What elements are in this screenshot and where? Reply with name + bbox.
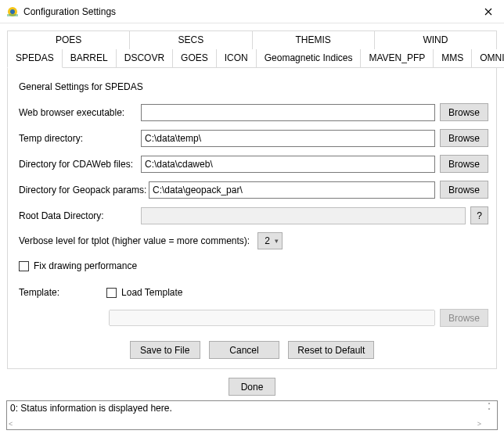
geopack-dir-input[interactable]: [149, 181, 435, 199]
tabs-container: POES SECS THEMIS WIND SPEDAS BARREL DSCO…: [6, 30, 498, 370]
status-scrollbar[interactable]: < >: [9, 420, 481, 428]
svg-point-1: [10, 9, 15, 14]
scroll-left-icon: <: [9, 420, 13, 428]
tab-row-1: POES SECS THEMIS WIND: [7, 30, 497, 49]
spinner-down-icon: ˅: [488, 408, 491, 414]
tab-spedas[interactable]: SPEDAS: [7, 49, 63, 68]
template-label: Template:: [19, 287, 59, 298]
web-browser-input[interactable]: [141, 104, 435, 121]
tab-dscovr[interactable]: DSCOVR: [117, 49, 173, 68]
save-to-file-button[interactable]: Save to File: [130, 341, 200, 359]
tab-omni[interactable]: OMNI: [472, 49, 504, 68]
cdaweb-dir-browse-button[interactable]: Browse: [440, 155, 488, 173]
tab-secs[interactable]: SECS: [130, 30, 252, 49]
panel-heading: General Settings for SPEDAS: [19, 81, 488, 92]
checkbox-box-icon: [19, 261, 29, 271]
load-template-label: Load Template: [121, 287, 183, 298]
tab-mms[interactable]: MMS: [434, 49, 472, 68]
tab-goes[interactable]: GOES: [173, 49, 217, 68]
load-template-checkbox[interactable]: Load Template: [106, 287, 183, 298]
fix-drawing-checkbox[interactable]: Fix drawing performance: [19, 260, 137, 271]
close-button[interactable]: [473, 0, 504, 23]
tab-barrel[interactable]: BARREL: [63, 49, 117, 68]
status-spinner[interactable]: ˄ ˅: [483, 403, 495, 414]
cancel-button[interactable]: Cancel: [209, 341, 279, 359]
status-box: 0: Status information is displayed here.…: [6, 400, 498, 430]
chevron-down-icon: ▾: [275, 237, 279, 245]
tab-maven-pfp[interactable]: MAVEN_PFP: [361, 49, 434, 68]
verbose-label: Verbose level for tplot (higher value = …: [19, 235, 250, 246]
tab-icon[interactable]: ICON: [217, 49, 257, 68]
done-button[interactable]: Done: [229, 378, 275, 396]
tab-panel-spedas: General Settings for SPEDAS Web browser …: [7, 67, 497, 369]
status-text: 0: Status information is displayed here.: [7, 401, 497, 415]
web-browser-browse-button[interactable]: Browse: [440, 103, 488, 121]
cdaweb-dir-input[interactable]: [141, 156, 435, 173]
root-dir-help-button[interactable]: ?: [470, 206, 488, 224]
checkbox-box-icon: [106, 288, 117, 298]
titlebar: Configuration Settings: [0, 0, 504, 23]
tab-poes[interactable]: POES: [7, 30, 130, 49]
tab-wind[interactable]: WIND: [375, 30, 497, 49]
scroll-right-icon: >: [477, 420, 481, 428]
temp-dir-browse-button[interactable]: Browse: [440, 129, 488, 147]
reset-to-default-button[interactable]: Reset to Default: [288, 341, 374, 359]
temp-dir-label: Temp directory:: [16, 133, 141, 144]
template-browse-button: Browse: [440, 309, 488, 327]
fix-drawing-label: Fix drawing performance: [34, 260, 137, 271]
tab-themis[interactable]: THEMIS: [253, 30, 375, 49]
geopack-dir-browse-button[interactable]: Browse: [440, 181, 488, 199]
tab-geomagnetic-indices[interactable]: Geomagnetic Indices: [257, 49, 362, 68]
root-dir-label: Root Data Directory:: [16, 210, 141, 221]
geopack-dir-label: Directory for Geopack params:: [16, 185, 149, 195]
tab-row-2: SPEDAS BARREL DSCOVR GOES ICON Geomagnet…: [7, 49, 497, 68]
window-title: Configuration Settings: [23, 6, 473, 17]
root-dir-input: [141, 207, 466, 224]
verbose-select[interactable]: 2 ▾: [257, 232, 283, 249]
app-icon: [6, 5, 19, 18]
verbose-value: 2: [265, 235, 270, 246]
web-browser-label: Web browser executable:: [16, 107, 141, 118]
template-path-input: [109, 310, 435, 326]
cdaweb-dir-label: Directory for CDAWeb files:: [16, 159, 141, 170]
temp-dir-input[interactable]: [141, 130, 435, 147]
svg-rect-2: [7, 14, 18, 16]
